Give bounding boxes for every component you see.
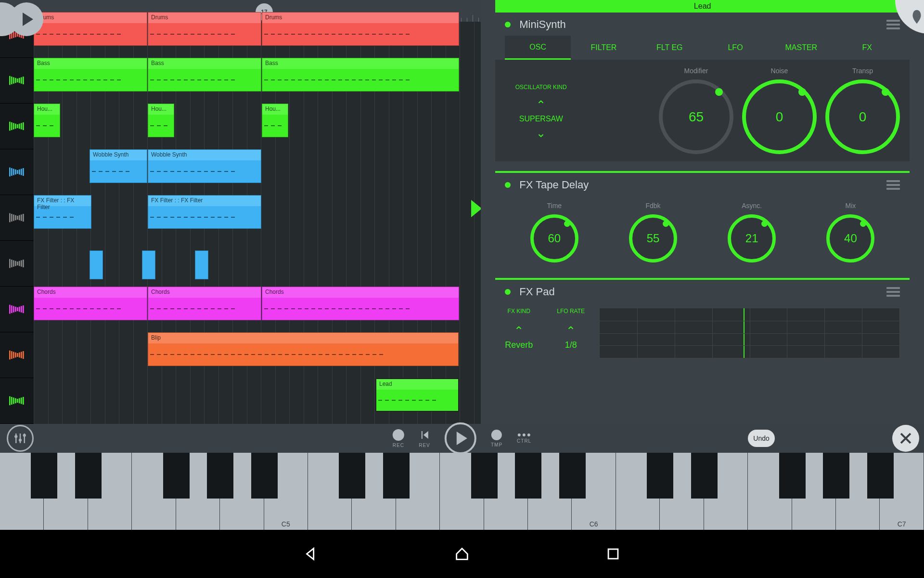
svg-rect-24: [9, 168, 11, 177]
black-key[interactable]: [515, 453, 541, 499]
clip[interactable]: Hou...: [148, 104, 174, 137]
clip[interactable]: Drums: [262, 12, 459, 46]
clip[interactable]: Bass: [148, 58, 261, 92]
play-button-top[interactable]: [10, 2, 43, 36]
ruler[interactable]: 17: [0, 0, 481, 12]
record-button[interactable]: REC: [393, 429, 404, 448]
close-button[interactable]: [892, 425, 919, 452]
clip[interactable]: Chords: [262, 287, 459, 320]
clip[interactable]: Hou...: [34, 104, 60, 137]
osc-up-arrow-icon[interactable]: ⌃: [536, 100, 546, 109]
module-fx-pad: FX Pad FX KIND ⌃ Reverb LFO RATE: [495, 280, 910, 368]
knob-time[interactable]: 60: [530, 214, 578, 263]
clip[interactable]: Hou...: [262, 104, 288, 137]
module-title: MiniSynth: [519, 18, 566, 31]
svg-rect-48: [9, 305, 11, 314]
panel-expand-arrow-icon[interactable]: [471, 200, 481, 217]
module-enable-led[interactable]: [505, 289, 511, 295]
knob-noise[interactable]: 0: [742, 79, 817, 154]
svg-rect-31: [23, 168, 24, 176]
black-key[interactable]: [339, 453, 365, 499]
svg-rect-59: [15, 353, 16, 358]
tab-flt eg[interactable]: FLT EG: [637, 36, 703, 60]
clip[interactable]: [195, 250, 208, 279]
up-arrow-icon[interactable]: ⌃: [514, 326, 524, 335]
fx-pad-grid[interactable]: [599, 308, 900, 358]
clip[interactable]: Chords: [34, 287, 147, 320]
tab-master[interactable]: MASTER: [768, 36, 834, 60]
back-button[interactable]: [303, 546, 319, 562]
track-icon-column: [0, 12, 34, 424]
clip[interactable]: Drums: [148, 12, 261, 46]
mixer-button[interactable]: [7, 425, 34, 452]
clip[interactable]: Chords: [148, 287, 261, 320]
clip[interactable]: Wobble Synth: [148, 149, 261, 183]
recents-button[interactable]: [605, 546, 621, 562]
home-button[interactable]: [454, 546, 470, 562]
ctrl-button[interactable]: CTRL: [517, 434, 531, 444]
module-enable-led[interactable]: [505, 182, 511, 188]
black-key[interactable]: [559, 453, 586, 499]
black-key[interactable]: [75, 453, 102, 499]
tab-fx[interactable]: FX: [834, 36, 900, 60]
svg-rect-49: [11, 305, 13, 313]
black-key[interactable]: [471, 453, 498, 499]
knob-modifier[interactable]: 65: [659, 79, 733, 154]
track-icon-4[interactable]: [0, 195, 34, 241]
clip[interactable]: [90, 250, 103, 279]
clip[interactable]: Bass: [262, 58, 459, 92]
undo-button[interactable]: Undo: [748, 430, 775, 447]
module-menu-icon[interactable]: [886, 287, 900, 297]
black-key[interactable]: [867, 453, 894, 499]
clip[interactable]: FX Filter : : FX Filter: [148, 195, 261, 229]
black-key[interactable]: [779, 453, 806, 499]
piano-keyboard[interactable]: C5C6C7: [0, 453, 924, 530]
knob-mix[interactable]: 40: [826, 214, 874, 263]
osc-kind-selector[interactable]: OSCILLATOR KIND ⌃ SUPERSAW ⌃: [505, 84, 577, 137]
module-menu-icon[interactable]: [886, 180, 900, 190]
knob-async.[interactable]: 21: [728, 214, 776, 263]
svg-rect-61: [19, 353, 20, 358]
clip[interactable]: [142, 250, 155, 279]
fx-kind-selector[interactable]: FX KIND ⌃ Reverb: [505, 308, 533, 355]
clip[interactable]: Blip: [148, 332, 459, 366]
clip[interactable]: FX Filter : : FX Filter: [34, 195, 91, 229]
module-menu-icon[interactable]: [886, 20, 900, 29]
osc-down-arrow-icon[interactable]: ⌃: [536, 128, 546, 137]
up-arrow-icon[interactable]: ⌃: [566, 326, 576, 335]
clip[interactable]: Drums: [34, 12, 147, 46]
black-key[interactable]: [163, 453, 190, 499]
black-key[interactable]: [31, 453, 57, 499]
track-icon-6[interactable]: [0, 287, 34, 332]
black-key[interactable]: [647, 453, 673, 499]
module-enable-led[interactable]: [505, 22, 511, 27]
svg-rect-75: [608, 549, 618, 559]
lfo-rate-selector[interactable]: LFO RATE ⌃ 1/8: [557, 308, 585, 355]
play-button[interactable]: [445, 422, 476, 454]
clip[interactable]: Lead: [375, 378, 459, 412]
svg-point-72: [14, 435, 17, 438]
black-key[interactable]: [823, 453, 849, 499]
black-key[interactable]: [251, 453, 278, 499]
track-icon-2[interactable]: [0, 104, 34, 149]
track-icon-7[interactable]: [0, 332, 34, 378]
knob-transp[interactable]: 0: [825, 79, 900, 154]
arrangement-grid[interactable]: DrumsDrumsDrumsBassBassBassHou...Hou...H…: [34, 12, 481, 424]
tab-lfo[interactable]: LFO: [703, 36, 769, 60]
black-key[interactable]: [383, 453, 410, 499]
track-icon-3[interactable]: [0, 149, 34, 195]
black-key[interactable]: [207, 453, 233, 499]
tempo-button[interactable]: TMP: [491, 430, 502, 447]
track-icon-1[interactable]: [0, 58, 34, 104]
black-key[interactable]: [691, 453, 718, 499]
tab-osc[interactable]: OSC: [505, 36, 571, 60]
module-title: FX Pad: [519, 286, 554, 298]
track-icon-5[interactable]: [0, 241, 34, 287]
svg-rect-43: [15, 261, 16, 266]
clip[interactable]: Wobble Synth: [90, 149, 147, 183]
rewind-button[interactable]: REV: [419, 429, 430, 448]
knob-fdbk[interactable]: 55: [629, 214, 677, 263]
track-icon-8[interactable]: [0, 378, 34, 424]
tab-filter[interactable]: FILTER: [571, 36, 637, 60]
clip[interactable]: Bass: [34, 58, 147, 92]
